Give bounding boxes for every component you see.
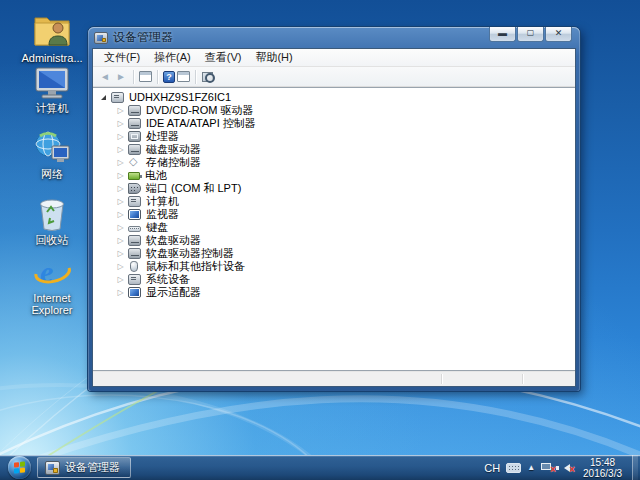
expand-arrow-icon[interactable] — [115, 234, 126, 247]
collapse-arrow-icon[interactable] — [98, 95, 109, 100]
menu-help[interactable]: 帮助(H) — [248, 49, 299, 66]
expand-arrow-icon[interactable] — [115, 195, 126, 208]
expand-arrow-icon[interactable] — [115, 247, 126, 260]
floppy-controller-icon — [128, 248, 141, 259]
desktop-icon-computer[interactable]: 计算机 — [12, 66, 92, 114]
tree-root-label: UDHXHZ9S1FZ6IC1 — [129, 91, 231, 104]
windows-logo-icon — [14, 461, 25, 473]
tree-item-label: 软盘驱动器 — [146, 234, 201, 247]
tree-item-label: 系统设备 — [146, 273, 190, 286]
expand-arrow-icon[interactable] — [115, 273, 126, 286]
toolbar-separator — [157, 70, 158, 84]
taskbar-clock[interactable]: 15:48 2016/3/3 — [579, 457, 626, 479]
expand-arrow-icon[interactable] — [115, 169, 126, 182]
maximize-button[interactable]: ▢ — [517, 27, 544, 42]
menu-action[interactable]: 操作(A) — [147, 49, 198, 66]
tree-item[interactable]: 软盘驱动器控制器 — [98, 247, 575, 260]
processor-icon — [128, 131, 141, 142]
expand-arrow-icon[interactable] — [115, 286, 126, 299]
expand-arrow-icon[interactable] — [115, 208, 126, 221]
expand-arrow-icon[interactable] — [115, 260, 126, 273]
tree-item-label: 显示适配器 — [146, 286, 201, 299]
desktop-icon-recycle-bin[interactable]: 回收站 — [12, 194, 92, 246]
device-manager-window-icon — [94, 32, 108, 44]
input-method-keyboard-icon[interactable] — [506, 463, 521, 473]
taskbar-button-label: 设备管理器 — [65, 460, 120, 475]
show-hidden-icons-arrow[interactable]: ▲ — [527, 463, 535, 472]
desktop-icon-label: 网络 — [12, 168, 92, 180]
desktop-icon-label: 计算机 — [12, 102, 92, 114]
tree-item[interactable]: 显示适配器 — [98, 286, 575, 299]
tree-item-label: 键盘 — [146, 221, 168, 234]
expand-arrow-icon[interactable] — [115, 182, 126, 195]
language-indicator[interactable]: CH — [484, 462, 500, 474]
start-button[interactable] — [8, 456, 31, 479]
expand-arrow-icon[interactable] — [115, 104, 126, 117]
tree-item[interactable]: 电池 — [98, 169, 575, 182]
disk-drive-icon — [128, 144, 141, 155]
menu-file[interactable]: 文件(F) — [97, 49, 147, 66]
monitor-icon — [128, 209, 141, 220]
computer-icon — [32, 66, 72, 100]
toolbar: ◄ ► — [93, 67, 575, 87]
tree-item-label: 鼠标和其他指针设备 — [146, 260, 245, 273]
tree-item[interactable]: 键盘 — [98, 221, 575, 234]
desktop-icon-label: 回收站 — [12, 234, 92, 246]
expand-arrow-icon[interactable] — [115, 130, 126, 143]
show-console-tree-icon[interactable] — [139, 71, 152, 82]
expand-arrow-icon[interactable] — [115, 221, 126, 234]
expand-arrow-icon[interactable] — [115, 143, 126, 156]
forward-icon[interactable]: ► — [114, 71, 128, 82]
tree-item[interactable]: 系统设备 — [98, 273, 575, 286]
clock-time: 15:48 — [583, 457, 622, 468]
status-bar — [93, 371, 575, 386]
desktop-icon-label: Administra... — [12, 52, 92, 64]
window-client-area: 文件(F) 操作(A) 查看(V) 帮助(H) ◄ ► UDHXHZ9S1FZ6… — [92, 48, 576, 387]
tree-item-label: 存储控制器 — [146, 156, 201, 169]
volume-muted-icon[interactable]: × — [560, 462, 573, 473]
minimize-button[interactable]: ▬ — [489, 27, 516, 42]
tree-item[interactable]: DVD/CD-ROM 驱动器 — [98, 104, 575, 117]
tree-item-label: 监视器 — [146, 208, 179, 221]
keyboard-icon — [128, 226, 141, 232]
taskbar: 设备管理器 CH ▲ × × 15:48 2016/3/3 — [0, 455, 640, 480]
statusbar-divider — [522, 374, 523, 384]
display-adapters-icon — [128, 287, 141, 298]
expand-arrow-icon[interactable] — [115, 156, 126, 169]
show-desktop-button[interactable] — [632, 455, 638, 480]
tree-item[interactable]: 监视器 — [98, 208, 575, 221]
tree-item[interactable]: 鼠标和其他指针设备 — [98, 260, 575, 273]
floppy-drive-icon — [128, 235, 141, 246]
scan-hardware-changes-icon[interactable] — [201, 71, 215, 83]
desktop-icon-network[interactable]: 网络 — [12, 130, 92, 180]
taskbar-button-device-manager[interactable]: 设备管理器 — [37, 457, 131, 478]
tree-root[interactable]: UDHXHZ9S1FZ6IC1 — [98, 91, 575, 104]
window-title: 设备管理器 — [113, 29, 173, 46]
tree-item[interactable]: 计算机 — [98, 195, 575, 208]
network-status-icon[interactable]: × — [541, 462, 554, 473]
close-button[interactable]: ✕ — [545, 27, 572, 42]
internet-explorer-icon: e — [33, 254, 71, 290]
statusbar-divider — [441, 374, 442, 384]
tree-item[interactable]: 磁盘驱动器 — [98, 143, 575, 156]
device-manager-window: 设备管理器 ▬ ▢ ✕ 文件(F) 操作(A) 查看(V) 帮助(H) ◄ ► — [88, 27, 580, 391]
tree-item[interactable]: 处理器 — [98, 130, 575, 143]
back-icon[interactable]: ◄ — [98, 71, 112, 82]
tree-item[interactable]: 软盘驱动器 — [98, 234, 575, 247]
system-tray: CH ▲ × × 15:48 2016/3/3 — [484, 455, 640, 480]
toolbar-separator — [133, 70, 134, 84]
desktop-icon-administrator[interactable]: Administra... — [12, 10, 92, 64]
tree-item-label: 电池 — [145, 169, 167, 182]
tree-item[interactable]: 端口 (COM 和 LPT) — [98, 182, 575, 195]
tree-item[interactable]: 存储控制器 — [98, 156, 575, 169]
tree-item[interactable]: IDE ATA/ATAPI 控制器 — [98, 117, 575, 130]
expand-arrow-icon[interactable] — [115, 117, 126, 130]
device-manager-icon — [45, 461, 60, 475]
mouse-icon — [130, 261, 138, 272]
menu-view[interactable]: 查看(V) — [198, 49, 249, 66]
properties-icon[interactable] — [177, 71, 190, 82]
desktop-icon-internet-explorer[interactable]: e Internet Explorer — [12, 254, 92, 316]
window-titlebar[interactable]: 设备管理器 ▬ ▢ ✕ — [92, 27, 576, 48]
tree-item-label: 处理器 — [146, 130, 179, 143]
help-icon[interactable] — [163, 71, 175, 83]
